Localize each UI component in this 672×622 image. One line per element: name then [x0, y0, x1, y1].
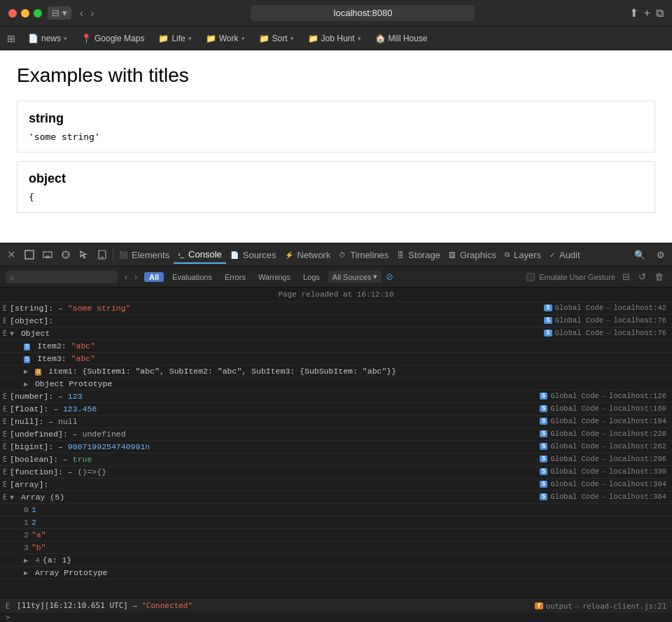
log-content: 12 [24, 518, 666, 527]
log-row-object[interactable]: 𝙴 [object]: S Global Code — localhost:76 [0, 315, 672, 327]
filter-evaluations-button[interactable]: Evaluations [168, 271, 216, 283]
log-indicator: 𝙴 [3, 317, 7, 325]
log-row-undefined[interactable]: 𝙴 [undefined]: – undefined S Global Code… [0, 428, 672, 441]
log-content: [undefined]: – undefined [10, 430, 534, 439]
log-source[interactable]: S Global Code — localhost:194 [540, 417, 666, 425]
log-source[interactable]: S Global Code — localhost:76 [544, 329, 666, 337]
source-badge-s: S [540, 405, 547, 412]
search-toggle-button[interactable]: 🔍 [630, 247, 650, 263]
forward-button[interactable]: › [88, 6, 97, 21]
log-row-null[interactable]: 𝙴 [null]: – null S Global Code — localho… [0, 416, 672, 428]
responsive-button[interactable] [38, 247, 57, 262]
bookmark-mill-house[interactable]: 🏠 Mill House [370, 31, 433, 45]
console-search-box[interactable]: ⌕ [6, 271, 118, 283]
log-source[interactable]: S Global Code — localhost:160 [540, 404, 666, 413]
source-badge-s: S [540, 493, 547, 500]
bookmark-news[interactable]: 📄 news ▾ [22, 31, 73, 45]
nav-next-button[interactable]: › [132, 271, 140, 283]
log-row-item2: S Item2: "abc" [0, 340, 672, 353]
tab-timelines[interactable]: ⏱ Timelines [335, 247, 393, 263]
tab-graphics[interactable]: 🖼 Graphics [444, 247, 500, 263]
filter-warnings-button[interactable]: Warnings [254, 271, 295, 283]
settings-button[interactable]: ⚙ [652, 247, 669, 263]
grid-icon: ⊞ [7, 33, 15, 44]
log-source[interactable]: S Global Code — localhost:364 [540, 480, 666, 488]
console-search-input[interactable] [18, 272, 113, 282]
reload-button[interactable]: ↺ [636, 270, 649, 283]
log-source[interactable]: S Global Code — localhost:330 [540, 467, 666, 476]
log-row-number[interactable]: 𝙴 [number]: – 123 S Global Code — localh… [0, 390, 672, 403]
log-row-function[interactable]: 𝙴 [function]: – ()=>{} S Global Code — l… [0, 466, 672, 479]
log-source[interactable]: S Global Code — localhost:126 [540, 392, 666, 400]
devtools-close-button[interactable]: ✕ [3, 246, 20, 264]
log-row-array-expand[interactable]: 𝙴 ▼ Array (5) S Global Code — localhost:… [0, 491, 672, 504]
log-indicator: 𝙴 [6, 602, 10, 610]
element-picker-button[interactable] [75, 247, 93, 262]
log-content: 3"b" [24, 543, 666, 552]
tab-console[interactable]: ›_ Console [174, 246, 226, 264]
log-content: [null]: – null [10, 417, 534, 426]
source-badge-s: S [540, 481, 547, 488]
source-badge-s: S [540, 430, 547, 437]
tab-storage[interactable]: 🗄 Storage [393, 247, 444, 263]
minimize-button[interactable] [21, 9, 29, 17]
log-source[interactable]: S Global Code — localhost:364 [540, 493, 666, 501]
window-button[interactable]: ⧉ [656, 6, 664, 20]
back-button[interactable]: ‹ [77, 6, 86, 21]
log-source[interactable]: S Global Code — localhost:228 [540, 430, 666, 438]
log-source[interactable]: S Global Code — localhost:76 [544, 316, 666, 325]
sidebar-toggle-button[interactable]: ⊟ ▾ [48, 6, 71, 20]
filter-icon-button[interactable]: ⊟ [620, 270, 633, 283]
bookmark-life-icon: 📁 [158, 34, 169, 43]
log-row-object-prototype[interactable]: ▶ Object Prototype [0, 378, 672, 390]
new-tab-button[interactable]: + [644, 6, 650, 20]
log-row-array-1: 12 [0, 516, 672, 529]
tab-network[interactable]: ⚡ Network [281, 247, 335, 263]
titlebar: ⊟ ▾ ‹ › ⬆ + ⧉ [0, 0, 672, 27]
svg-marker-8 [80, 251, 86, 258]
bookmark-work[interactable]: 📁 Work ▾ [200, 31, 251, 45]
inspector2-button[interactable] [57, 247, 75, 262]
share-button[interactable]: ⬆ [629, 6, 638, 20]
log-row-array-label[interactable]: 𝙴 [array]: S Global Code — localhost:364 [0, 479, 672, 491]
bookmark-sort[interactable]: 📁 Sort ▾ [253, 31, 300, 45]
log-source[interactable]: S Global Code — localhost:42 [544, 304, 666, 312]
device-button[interactable] [93, 247, 111, 262]
log-row-array-3: 3"b" [0, 542, 672, 554]
source-filter-dropdown[interactable]: All Sources ▾ [328, 271, 382, 283]
bookmark-google-maps[interactable]: 📍 Google Maps [76, 31, 150, 45]
trash-button[interactable]: 🗑 [652, 270, 666, 283]
log-source[interactable]: S Global Code — localhost:262 [540, 442, 666, 451]
bottom-log-row: 𝙴 [11ty][16:12:10.651 UTC] – "Connected"… [6, 601, 666, 610]
close-button[interactable] [8, 9, 17, 17]
maximize-button[interactable] [34, 9, 42, 17]
log-row-array-4[interactable]: ▶ 4{a: 1} [0, 554, 672, 567]
console-input[interactable] [10, 613, 666, 622]
log-row-array-2: 2"a" [0, 529, 672, 542]
filter-all-button[interactable]: All [144, 272, 164, 282]
log-row-float[interactable]: 𝙴 [float]: – 123.456 S Global Code — loc… [0, 403, 672, 416]
bookmark-news-icon: 📄 [28, 34, 38, 43]
log-row-boolean[interactable]: 𝙴 [boolean]: – true S Global Code — loca… [0, 453, 672, 466]
inspector-button[interactable] [20, 247, 38, 262]
log-row-object-expand[interactable]: 𝙴 ▼ Object S Global Code — localhost:76 [0, 327, 672, 340]
tab-elements[interactable]: ⬛ Elements [115, 247, 174, 263]
nav-prev-button[interactable]: ‹ [122, 271, 130, 283]
emulate-checkbox[interactable] [526, 273, 535, 281]
log-row-bigint[interactable]: 𝙴 [bigint]: – 9007199254740991n S Global… [0, 441, 672, 453]
filter-errors-button[interactable]: Errors [220, 271, 250, 283]
log-source[interactable]: S Global Code — localhost:296 [540, 455, 666, 463]
address-bar[interactable] [251, 5, 475, 21]
log-row-array-prototype[interactable]: ▶ Array Prototype [0, 567, 672, 579]
tab-layers[interactable]: ⧉ Layers [500, 247, 545, 263]
clear-filter-button[interactable]: ⊘ [386, 271, 393, 282]
tab-audit[interactable]: ✓ Audit [545, 247, 584, 263]
source-badge-s: S [540, 455, 547, 462]
bookmark-job-hunt[interactable]: 📁 Job Hunt ▾ [302, 31, 367, 45]
log-row-item1[interactable]: ▶ O item1: {SubItem1: "abc", SubItem2: "… [0, 365, 672, 378]
bookmark-work-icon: 📁 [206, 34, 216, 43]
log-row-string[interactable]: 𝙴 [string]: – "some string" S Global Cod… [0, 302, 672, 315]
tab-sources[interactable]: 📄 Sources [226, 247, 281, 263]
filter-logs-button[interactable]: Logs [299, 271, 324, 283]
bookmark-life[interactable]: 📁 Life ▾ [153, 31, 197, 45]
